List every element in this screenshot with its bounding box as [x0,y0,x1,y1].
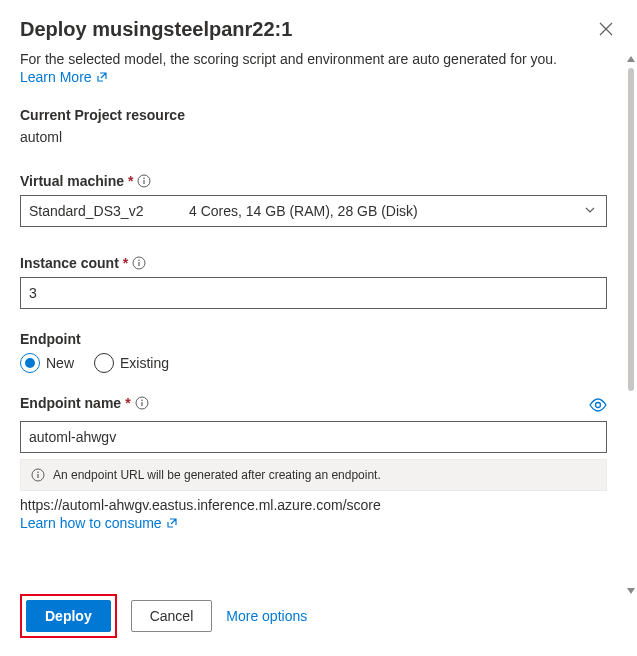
svg-rect-8 [141,402,142,406]
dialog-title: Deploy musingsteelpanr22:1 [20,18,292,41]
svg-point-4 [138,259,140,261]
external-link-icon [166,517,178,529]
learn-more-label: Learn More [20,69,92,85]
svg-rect-5 [139,262,140,266]
vm-selected-name: Standard_DS3_v2 [29,203,189,219]
endpoint-radio-new[interactable]: New [20,353,74,373]
endpoint-info-bar: An endpoint URL will be generated after … [20,459,607,491]
more-options-link[interactable]: More options [226,608,307,624]
endpoint-name-label: Endpoint name [20,395,121,411]
learn-consume-label: Learn how to consume [20,515,162,531]
svg-point-7 [141,399,143,401]
radio-selected-icon [20,353,40,373]
close-icon [599,22,613,36]
vm-label: Virtual machine [20,173,124,189]
project-resource-value: automl [20,129,607,145]
svg-rect-2 [144,180,145,184]
svg-point-9 [596,402,601,407]
eye-icon [589,398,607,412]
project-resource-label: Current Project resource [20,107,607,123]
learn-more-link[interactable]: Learn More [20,69,108,85]
svg-point-11 [37,471,39,473]
endpoint-heading: Endpoint [20,331,607,347]
cancel-button[interactable]: Cancel [131,600,213,632]
close-button[interactable] [595,18,617,40]
scroll-up-icon [627,56,635,62]
scrollbar[interactable] [625,56,637,594]
endpoint-url: https://automl-ahwgv.eastus.inference.ml… [20,497,607,513]
visibility-toggle[interactable] [589,398,607,415]
endpoint-new-label: New [46,355,74,371]
scroll-down-icon [627,588,635,594]
endpoint-existing-label: Existing [120,355,169,371]
deploy-button[interactable]: Deploy [26,600,111,632]
radio-unselected-icon [94,353,114,373]
info-icon[interactable] [135,396,149,410]
vm-selected-spec: 4 Cores, 14 GB (RAM), 28 GB (Disk) [189,203,598,219]
info-icon [31,468,45,482]
required-indicator: * [128,173,133,189]
intro-description: For the selected model, the scoring scri… [20,51,607,67]
endpoint-radio-existing[interactable]: Existing [94,353,169,373]
scroll-thumb[interactable] [628,68,634,391]
deploy-highlight: Deploy [20,594,117,638]
required-indicator: * [123,255,128,271]
svg-rect-12 [37,474,38,478]
info-icon[interactable] [132,256,146,270]
required-indicator: * [125,395,130,411]
endpoint-info-text: An endpoint URL will be generated after … [53,468,381,482]
external-link-icon [96,71,108,83]
chevron-down-icon [584,203,596,219]
vm-dropdown[interactable]: Standard_DS3_v2 4 Cores, 14 GB (RAM), 28… [20,195,607,227]
instance-count-input[interactable] [20,277,607,309]
endpoint-name-input[interactable] [20,421,607,453]
instance-count-label: Instance count [20,255,119,271]
learn-consume-link[interactable]: Learn how to consume [20,515,178,531]
info-icon[interactable] [137,174,151,188]
svg-point-1 [144,177,146,179]
endpoint-radio-group: New Existing [20,353,607,373]
